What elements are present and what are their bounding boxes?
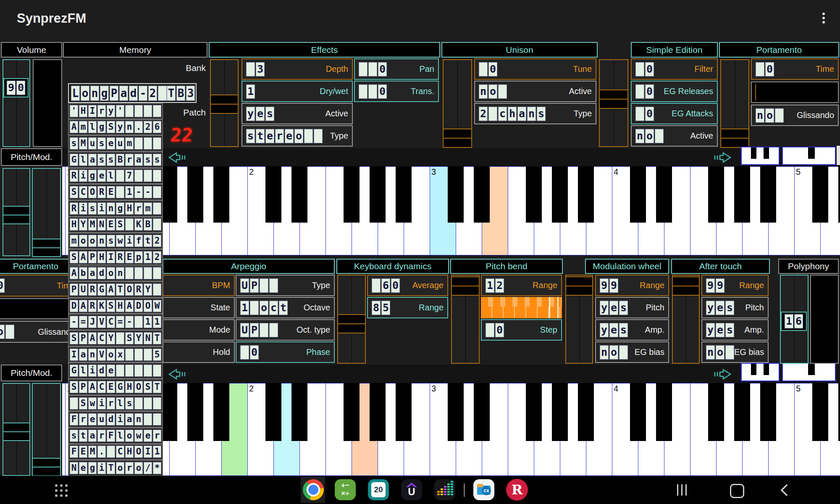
black-key-As4[interactable] bbox=[760, 383, 776, 441]
pitch-wheel-slider-upper[interactable] bbox=[3, 168, 30, 256]
effects-type-row[interactable]: stereo Type bbox=[242, 125, 353, 147]
patch-list-item[interactable]: SCORE 1-- bbox=[68, 184, 163, 200]
bank-row[interactable]: LongPad-2 TB3 bbox=[68, 83, 197, 103]
octave-shift-right-icon[interactable] bbox=[712, 367, 733, 381]
pb-range-row[interactable]: 12 Range bbox=[481, 275, 562, 296]
mod-wheel-slider-upper[interactable] bbox=[32, 168, 61, 256]
black-key-Ds5[interactable] bbox=[838, 166, 840, 223]
modulation-wheel-slider[interactable] bbox=[565, 275, 593, 364]
black-key-Ds4[interactable] bbox=[656, 383, 672, 441]
unison-slider[interactable] bbox=[443, 59, 472, 147]
black-key-Fs3[interactable] bbox=[526, 166, 542, 223]
scrollbar-thumb[interactable] bbox=[837, 146, 840, 165]
effects-drywet-row[interactable]: 1 Dry/wet bbox=[242, 81, 353, 102]
black-key-Gs2[interactable] bbox=[370, 383, 386, 441]
mw-amp-row[interactable]: yes Amp. bbox=[595, 319, 669, 341]
keyboard-minimap[interactable] bbox=[741, 147, 837, 165]
at-range-row[interactable]: 99 Range bbox=[701, 275, 769, 296]
patch-list-item[interactable]: AmlgSyn.26 bbox=[68, 119, 163, 136]
patch-list-item[interactable]: starFlower bbox=[68, 428, 163, 444]
udemy-icon[interactable]: U bbox=[401, 479, 422, 500]
slider-handle[interactable] bbox=[210, 94, 239, 114]
effects-pan-row[interactable]: 0 Pan bbox=[354, 58, 439, 80]
patch-list-item[interactable]: Freudian bbox=[68, 411, 163, 428]
black-key-Gs4[interactable] bbox=[734, 383, 750, 441]
at-amp-row[interactable]: yes Amp. bbox=[701, 319, 769, 341]
slider-handle[interactable] bbox=[3, 206, 30, 224]
patch-list-item[interactable]: -=JVC=- 11 bbox=[68, 314, 163, 330]
black-key-Fs3[interactable] bbox=[526, 383, 542, 441]
at-pitch-row[interactable]: yes Pitch bbox=[701, 297, 769, 318]
slider-handle[interactable] bbox=[565, 276, 593, 296]
patch-list-item[interactable]: moonswift2 bbox=[68, 233, 163, 249]
patch-list-item[interactable]: Swirls bbox=[68, 395, 163, 412]
black-key-As3[interactable] bbox=[578, 383, 594, 441]
slider-handle[interactable] bbox=[32, 458, 61, 476]
r-app-icon[interactable]: R bbox=[506, 479, 528, 501]
black-key-Cs3[interactable] bbox=[448, 383, 464, 441]
back-button[interactable] bbox=[780, 483, 789, 497]
arpeggio-oct-type-row[interactable]: UP Oct. type bbox=[236, 319, 335, 341]
app-drawer-icon[interactable] bbox=[55, 484, 68, 497]
black-key-Gs2[interactable] bbox=[370, 166, 386, 223]
mw-range-row[interactable]: 99 Range bbox=[595, 275, 669, 296]
effects-active-row[interactable]: yes Active bbox=[242, 103, 353, 124]
keyboard-dynamics-slider[interactable] bbox=[337, 275, 366, 364]
unison-type-row[interactable]: 2 chans Type bbox=[474, 103, 596, 124]
slider-handle[interactable] bbox=[672, 276, 700, 296]
black-key-Ds2[interactable] bbox=[291, 166, 307, 223]
patch-list-item[interactable]: Glide bbox=[68, 362, 163, 379]
after-touch-slider[interactable] bbox=[672, 275, 700, 364]
black-key-Fs2[interactable] bbox=[344, 166, 360, 223]
slider-handle[interactable] bbox=[720, 129, 749, 148]
pb-step-row[interactable]: 0 Step bbox=[481, 319, 562, 341]
black-key-As1[interactable] bbox=[213, 383, 229, 441]
patch-list-item[interactable]: FEM. CHOI1 bbox=[68, 444, 163, 460]
patch-list-item[interactable]: NegiToro/* bbox=[68, 460, 163, 476]
black-key-Ds2[interactable] bbox=[291, 383, 307, 441]
slider-handle[interactable] bbox=[451, 276, 480, 296]
calendar-icon[interactable]: 20 bbox=[368, 479, 389, 500]
unison-tune-row[interactable]: 0 Tune bbox=[474, 58, 596, 80]
calculator-icon[interactable]: +−×÷ bbox=[335, 479, 356, 500]
black-key-Fs4[interactable] bbox=[708, 383, 724, 441]
simple-edition-active-row[interactable]: no Active bbox=[631, 125, 718, 147]
patch-list-item[interactable]: 'HIry' bbox=[68, 103, 163, 119]
chrome-icon[interactable] bbox=[303, 479, 324, 500]
patch-list-item[interactable]: SPACY SYNT bbox=[68, 330, 163, 346]
patch-list-item[interactable]: Abadon bbox=[68, 265, 163, 282]
black-key-As4[interactable] bbox=[760, 166, 776, 223]
patch-list-item[interactable]: RisingHrm bbox=[68, 200, 163, 217]
portamento-slider[interactable] bbox=[720, 59, 749, 147]
patch-list-item[interactable]: DARKSHADOW bbox=[68, 298, 163, 314]
black-key-Ds3[interactable] bbox=[474, 383, 490, 441]
effects-slider[interactable] bbox=[210, 59, 239, 147]
arpeggio-phase-row[interactable]: 0 Phase bbox=[236, 341, 335, 363]
portamento-glissando-row[interactable]: no Glissando bbox=[751, 105, 839, 126]
black-key-Fs4[interactable] bbox=[708, 166, 724, 223]
mod-wheel-slider-lower[interactable] bbox=[32, 383, 61, 476]
black-key-Fs2[interactable] bbox=[344, 383, 360, 441]
unison-active-row[interactable]: no Active bbox=[474, 81, 596, 102]
black-key-As2[interactable] bbox=[396, 166, 412, 223]
deezer-icon[interactable] bbox=[434, 479, 455, 500]
black-key-Ds3[interactable] bbox=[474, 166, 490, 223]
effects-depth-row[interactable]: 3 Depth bbox=[242, 58, 353, 80]
slider-handle[interactable] bbox=[337, 314, 366, 333]
black-key-Cs3[interactable] bbox=[448, 166, 464, 223]
black-key-Ds5[interactable] bbox=[838, 383, 840, 441]
patch-list-item[interactable]: PURGATORY bbox=[68, 281, 163, 298]
black-key-As2[interactable] bbox=[396, 383, 412, 441]
cx-file-explorer-icon[interactable]: cx bbox=[473, 479, 494, 500]
eg-releases-row[interactable]: 0 EG Releases bbox=[631, 81, 718, 102]
simple-edition-slider[interactable] bbox=[599, 59, 628, 147]
octave-shift-right-icon[interactable] bbox=[712, 150, 733, 165]
patch-list-item[interactable]: GlassBrass bbox=[68, 152, 163, 168]
volume-slider[interactable] bbox=[3, 59, 30, 147]
keyboard-minimap[interactable] bbox=[741, 363, 837, 381]
at-eg-bias-row[interactable]: no EG bias bbox=[701, 341, 769, 363]
portamento-time-row[interactable]: 0 Time bbox=[751, 58, 839, 80]
patch-list-item[interactable]: sMuseum bbox=[68, 135, 163, 152]
slider-handle[interactable] bbox=[32, 239, 61, 257]
black-key-Gs3[interactable] bbox=[552, 166, 568, 223]
